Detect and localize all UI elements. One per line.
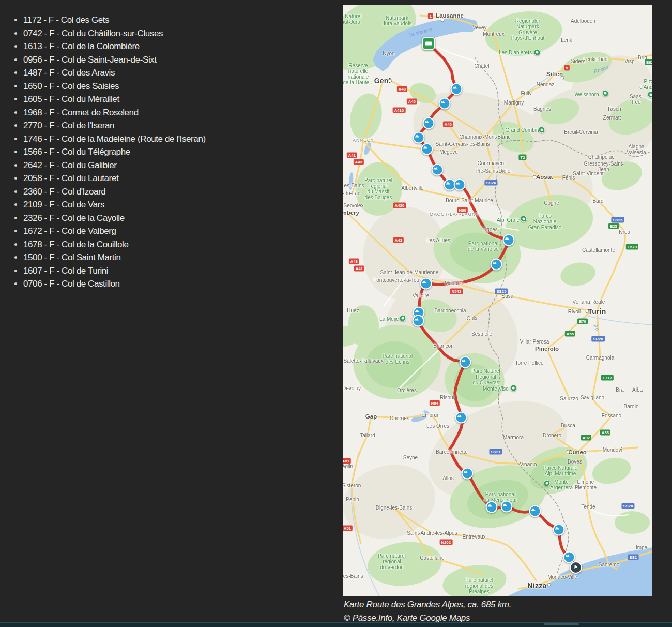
map-label-town: Bardonecchia [434,308,466,314]
col-marker[interactable] [491,259,502,271]
mountain-icon [452,84,458,91]
col-marker[interactable] [439,98,451,110]
col-marker[interactable] [553,524,565,536]
map-label-layer: LausanneVeveyMontreuxNyonGenfChâtelAdelb… [343,5,652,596]
mountain-icon [455,180,461,186]
map-label-town: Sisteron [343,483,361,488]
col-marker[interactable] [529,505,541,517]
city-dot-icon [441,19,445,22]
map-label-town: Courmayeur [477,160,506,166]
road-shield: E25 [608,223,619,229]
map-label-town: téglin [343,464,353,469]
route-finish-marker[interactable]: ⚑ [570,561,582,574]
map-label-town: Chamonix-Mont-Blanc [460,134,511,140]
road-shield: SS26 [611,217,624,223]
map-label-park: Parco Nazionale Gran Paradiso [528,213,561,230]
mountain-icon [422,144,429,151]
pass-list-item: 2642 - F - Col du Galibier [14,159,325,172]
pass-list-item: 2770 - F - Col de l'Iseran [14,119,325,132]
map-label-town: Ivrea [619,229,630,235]
nature-poi-icon [602,90,609,97]
col-marker[interactable] [420,278,432,290]
map-label-town: Saluzzo [560,396,578,401]
road-shield: E70 [577,319,588,324]
map-label-park: Naturpark Jura vaudois [383,15,412,26]
col-marker[interactable] [423,117,435,129]
map-label-town: Embrun [421,412,439,418]
mountain-icon [492,260,498,266]
map-label-town: Busca [561,423,575,428]
road-shield: SS28 [621,503,634,509]
map-label-town: Entrevaux [462,534,485,540]
map-label-peak: Alpi Graie [497,217,520,223]
map-label-park: Parc naturel régional du Verdon [378,553,406,570]
pass-list-item: 1746 - F - Col de la Madeleine (Route de… [14,132,325,146]
road-shield: A41 [347,153,357,158]
road-shield: E673 [626,244,638,250]
map-label-town: es-Bains [344,183,364,188]
pass-list-item: 1172 - F - Col des Gets [14,13,325,27]
map-label-park: Parc naturel régional du Massif des Baug… [364,177,392,200]
col-marker[interactable] [455,412,467,424]
map-label-town: Boves [568,459,582,465]
mountain-icon [487,502,493,509]
col-marker[interactable] [462,468,474,480]
mountain-icon [445,180,451,186]
road-shield: SS25 [495,289,508,294]
road-shield: A40 [443,122,453,127]
mountain-icon [456,413,463,419]
road-shield: E62 [645,59,652,65]
mountain-icon [530,506,537,513]
mountain-icon [440,99,446,105]
map-label-town: hambéry [343,210,359,216]
pass-list-item: 2058 - F - Col du Lautaret [14,172,325,185]
road-shield: SS1 [628,555,639,560]
map-label-town: Huez [347,308,359,314]
map-label-town: Chorges [390,415,409,421]
pass-list-item: 1500 - F - Col Saint Martin [14,251,325,264]
map-label-peak: Les Diablerets [499,50,532,55]
map-label-park: Parc national de la Vanoise [468,241,499,252]
col-marker[interactable] [503,234,515,246]
col-marker[interactable] [501,501,513,513]
col-marker[interactable] [451,83,463,95]
map-label-town: Saint-André-les-Alpes [407,530,457,536]
road-shield: N202 [440,540,453,545]
map-label-town: Martigny [504,100,524,106]
road-shield: A55 [565,331,575,337]
scrollbar-thumb[interactable] [544,623,579,625]
map-label-town: Alba [632,387,643,393]
city-dot-icon [389,79,392,83]
map-label-town: Nyon [383,51,394,56]
col-marker[interactable] [413,132,425,144]
mountain-icon [414,316,420,322]
map-label-peak: Monte Argentera [550,479,573,490]
horizontal-scrollbar[interactable] [0,622,672,627]
road-shield: A32 [581,435,591,441]
col-marker[interactable] [432,164,444,176]
road-shield: N543 [450,289,463,294]
col-marker[interactable] [460,356,471,368]
nature-poi-icon [539,127,545,133]
map-label-town: Châtel [475,63,490,69]
nature-poi-icon [521,216,527,222]
col-marker[interactable] [421,143,433,155]
road-shield: SS26 [484,180,497,186]
route-map[interactable]: LausanneVeveyMontreuxNyonGenfChâtelAdelb… [343,5,652,596]
col-marker[interactable] [413,315,424,327]
map-label-town: Allos [442,475,454,481]
map-label-town: Carmagnola [586,355,614,361]
col-marker[interactable] [454,179,466,191]
pass-list-item: 0956 - F - Col de Saint-Jean-de-Sixt [14,53,325,67]
map-label-town: ANNECY [353,138,374,143]
mountain-icon [461,357,467,364]
road-shield: 9 [564,65,570,71]
col-marker[interactable] [486,501,498,513]
map-label-town: Savigliano [581,395,604,400]
map-label-town: Dévoluy [343,385,361,391]
city-dot-icon [533,175,537,179]
pass-list-item: 1605 - F - Col du Méraillet [14,93,325,106]
nature-poi-icon [534,49,541,56]
route-start-marker[interactable] [422,37,435,50]
map-label-town: Seyne [403,455,418,460]
